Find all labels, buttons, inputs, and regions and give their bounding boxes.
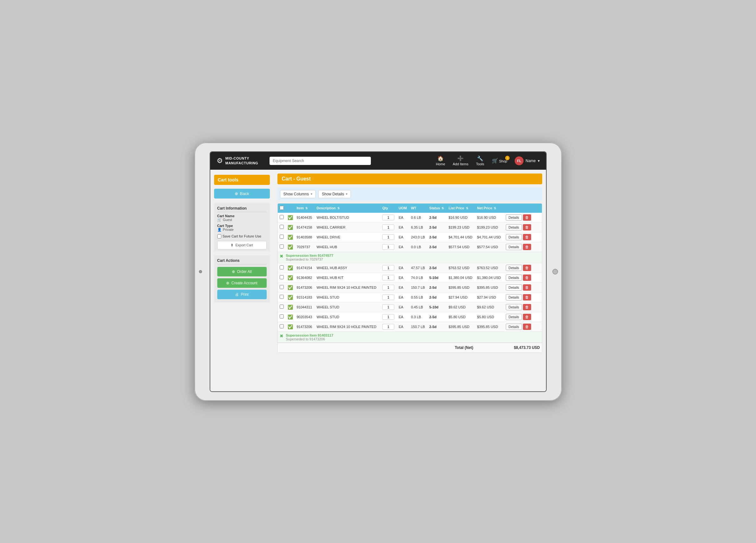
row-checkbox[interactable] [280,245,284,249]
cell-wt: 0.45 LB [409,302,428,312]
details-button[interactable]: Details [506,314,522,320]
status-badge: 2-5d [429,325,437,329]
check-icon: ✅ [288,285,293,290]
delete-button[interactable]: 🗑 [523,284,531,291]
back-button[interactable]: ⊕ Back [214,189,270,199]
details-button[interactable]: Details [506,294,522,300]
cell-net-price: $5.80 USD [475,312,504,322]
delete-button[interactable]: 🗑 [523,265,531,271]
cart-name-value: 🛒 Guest [217,218,267,222]
cell-list-price: $199.23 USD [447,222,475,232]
row-checkbox[interactable] [280,265,284,270]
delete-button[interactable]: 🗑 [523,323,531,330]
qty-input[interactable] [382,275,394,280]
cell-uom: EA [397,232,409,242]
cell-uom: EA [397,302,409,312]
qty-input[interactable] [382,215,394,221]
delete-button[interactable]: 🗑 [523,234,531,240]
cell-wt: 0.3 LB [409,312,428,322]
details-button[interactable]: Details [506,304,522,310]
tablet-home-button[interactable] [552,269,558,274]
search-wrap [270,157,371,165]
row-checkbox[interactable] [280,295,284,299]
create-account-button[interactable]: ⊕ Create Account [217,278,267,288]
cell-item: 7029737 [295,242,315,252]
cell-net-price: $9.62 USD [475,302,504,312]
qty-input[interactable] [382,294,394,300]
qty-input[interactable] [382,324,394,329]
nav-tools[interactable]: 🔧 Tools [476,156,484,166]
col-status: Status ⇅ [428,204,447,213]
row-checkbox[interactable] [280,314,284,318]
delete-button[interactable]: 🗑 [523,224,531,231]
check-icon: ✅ [288,235,293,240]
details-button[interactable]: Details [506,224,522,231]
cell-net-price: $4,701.44 USD [475,232,504,242]
details-button[interactable]: Details [506,284,522,291]
select-all-checkbox[interactable] [280,206,284,210]
delete-button[interactable]: 🗑 [523,214,531,221]
status-badge: 2-5d [429,216,437,220]
details-button[interactable]: Details [506,234,522,240]
status-badge: 2-5d [429,266,437,270]
cell-uom: EA [397,272,409,282]
cart-info-heading: Cart Information [217,206,267,212]
qty-input[interactable] [382,225,394,230]
row-checkbox[interactable] [280,324,284,328]
delete-button[interactable]: 🗑 [523,294,531,300]
row-checkbox[interactable] [280,304,284,309]
nav-add-items[interactable]: ➕ Add Items [453,156,469,166]
delete-button[interactable]: 🗑 [523,304,531,310]
table-row: ✅ 90203543 WHEEL STUD EA 0.3 LB 2-5d $5.… [278,312,542,322]
delete-button[interactable]: 🗑 [523,244,531,250]
cell-description: WHEEL RIM 9X24 10 HOLE PAINTED [314,282,380,292]
qty-input[interactable] [382,265,394,271]
total-row: Total (Net) $8,473.73 USD [278,342,542,352]
table-row: ✅ 91474154 WHEEL HUB ASSY EA 47.57 LB 2-… [278,263,542,272]
show-columns-button[interactable]: Show Columns ▾ [280,190,316,198]
details-button[interactable]: Details [506,244,522,250]
row-checkbox[interactable] [280,285,284,289]
qty-input[interactable] [382,304,394,310]
qty-input[interactable] [382,244,394,250]
supersession-row: ✖ Supersession Item 91403117 Superseded … [278,331,542,342]
row-checkbox[interactable] [280,235,284,239]
row-checkbox[interactable] [280,215,284,219]
order-all-button[interactable]: ⊕ Order All [217,267,267,276]
show-details-button[interactable]: Show Details ▾ [318,190,351,198]
details-button[interactable]: Details [506,265,522,271]
search-input[interactable] [270,157,371,165]
details-button[interactable]: Details [506,274,522,281]
cell-net-price: $763.52 USD [475,263,504,272]
user-menu[interactable]: FL Name ▾ [515,157,539,165]
table-header-row: Item ⇅ Description ⇅ Qty UOM WT Status ⇅… [278,204,542,213]
export-cart-button[interactable]: ⬆ Export Cart [217,241,267,250]
qty-input[interactable] [382,284,394,290]
qty-input[interactable] [382,234,394,240]
cell-item: 90203543 [295,312,315,322]
row-checkbox[interactable] [280,275,284,279]
nav-shop[interactable]: 🛒 1 Shop [492,158,507,164]
brand-logo: ⚙ MID-COUNTY MANUFACTURING [217,156,258,165]
check-icon: ✅ [288,304,293,310]
check-icon: ✅ [288,265,293,271]
status-badge: 2-5d [429,285,437,289]
details-button[interactable]: Details [506,214,522,221]
cell-item: 91404435 [295,213,315,223]
cell-net-price: $27.94 USD [475,292,504,302]
cell-uom: EA [397,292,409,302]
supersession-text: Supersession Item 91474577 Superseded to… [286,254,334,261]
home-icon: 🏠 [437,156,444,162]
export-icon: ⬆ [231,243,233,247]
print-button[interactable]: 🖨 Print [217,290,267,299]
row-checkbox[interactable] [280,225,284,229]
avatar: FL [515,157,524,165]
nav-home[interactable]: 🏠 Home [436,156,445,166]
save-cart-checkbox[interactable] [217,234,221,239]
cell-description: WHEEL RIM 9X24 10 HOLE PAINTED [314,322,380,331]
qty-input[interactable] [382,314,394,320]
delete-button[interactable]: 🗑 [523,274,531,281]
details-button[interactable]: Details [506,323,522,330]
delete-button[interactable]: 🗑 [523,314,531,320]
save-cart-checkbox-label[interactable]: Save Cart for Future Use [217,234,267,239]
